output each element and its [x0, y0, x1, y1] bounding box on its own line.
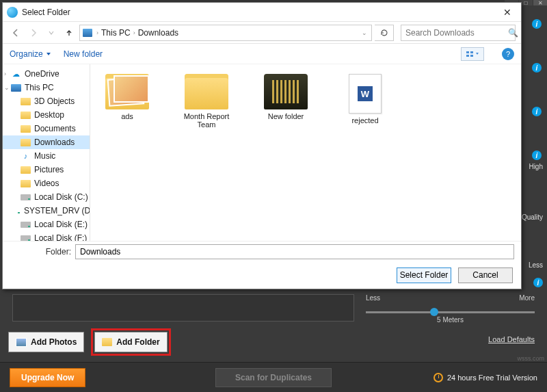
file-item[interactable]: ads [97, 74, 157, 120]
folder-icon [21, 139, 31, 146]
scan-button[interactable]: Scan for Duplicates [215, 368, 332, 387]
label-high: High [529, 163, 543, 170]
breadcrumb[interactable]: › This PC › Downloads ⌄ [79, 25, 372, 41]
drive-icon [21, 235, 31, 241]
slider-value: 5 Meters [366, 316, 535, 324]
clock-icon [433, 373, 443, 382]
breadcrumb-root[interactable]: This PC [101, 28, 131, 38]
tree-item[interactable]: ›☁OneDrive [3, 67, 90, 81]
tree-item-label: Local Disk (F:) [34, 233, 87, 241]
distance-slider[interactable]: Less More 5 Meters [366, 294, 535, 324]
cancel-button[interactable]: Cancel [458, 267, 513, 283]
load-defaults-link[interactable]: Load Defaults [488, 335, 535, 343]
folder-icon [21, 98, 31, 105]
help-icon[interactable]: ? [502, 48, 514, 60]
tree-item[interactable]: Local Disk (F:) [3, 231, 90, 241]
view-options-button[interactable] [461, 47, 484, 61]
pc-icon [83, 29, 92, 37]
info-icon[interactable]: i [533, 278, 543, 287]
chevron-icon[interactable]: › [4, 70, 6, 77]
tree-item-label: SYSTEM_DRV (D [24, 206, 90, 215]
tree-item-label: Music [34, 151, 55, 161]
folder-icon [102, 338, 112, 346]
folder-input[interactable] [75, 244, 514, 259]
file-item[interactable]: Wrejected [335, 74, 395, 125]
trial-label: 24 hours Free Trial Version [447, 374, 537, 382]
tree-view[interactable]: ›☁OneDrive⌄This PC3D ObjectsDesktopDocum… [3, 64, 90, 241]
tree-item[interactable]: Documents [3, 122, 90, 135]
tree-item[interactable]: Local Disk (C:) [3, 190, 90, 204]
slider-thumb[interactable] [430, 308, 438, 316]
chevron-icon[interactable]: ⌄ [4, 84, 10, 91]
new-folder-button[interactable]: New folder [64, 49, 103, 59]
folder-icon [21, 125, 31, 133]
tree-item[interactable]: SYSTEM_DRV (D [3, 204, 90, 218]
refresh-button[interactable] [375, 25, 394, 41]
file-item[interactable]: Month Report Team [176, 74, 237, 129]
search-input[interactable]: 🔍 [401, 25, 516, 41]
tree-item-label: OneDrive [25, 69, 59, 79]
recent-dropdown[interactable] [44, 25, 59, 40]
drive-icon [21, 222, 31, 228]
info-icon[interactable]: i [532, 63, 542, 73]
file-thumbnail [105, 74, 149, 109]
highlight-box: Add Folder [91, 328, 170, 356]
search-field[interactable] [405, 28, 508, 38]
add-folder-button[interactable]: Add Folder [94, 332, 167, 352]
pc-icon [11, 84, 21, 92]
up-button[interactable] [62, 25, 77, 40]
music-icon: ♪ [21, 152, 31, 161]
organize-menu[interactable]: Organize [10, 49, 51, 59]
organize-label: Organize [10, 49, 43, 59]
tree-item[interactable]: ♪Music [3, 149, 90, 163]
info-icon[interactable]: i [532, 107, 542, 116]
file-item[interactable]: New folder [256, 74, 316, 120]
info-icon[interactable]: i [532, 19, 542, 29]
folder-icon [21, 180, 31, 187]
search-icon: 🔍 [508, 28, 518, 38]
folder-label: Folder: [10, 247, 71, 257]
drive-icon [21, 194, 31, 200]
tree-item-label: Pictures [34, 165, 64, 174]
tree-item-label: Documents [34, 124, 76, 133]
app-close[interactable]: ✕ [533, 0, 547, 5]
folder-icon [21, 112, 31, 119]
tree-item[interactable]: Desktop [3, 108, 90, 122]
trial-status: 24 hours Free Trial Version [433, 373, 537, 382]
tree-item-label: Local Disk (E:) [34, 220, 88, 229]
add-photos-button[interactable]: Add Photos [8, 332, 84, 352]
file-label: New folder [268, 112, 304, 120]
tree-item[interactable]: 3D Objects [3, 94, 90, 108]
tree-item-label: This PC [25, 83, 54, 92]
add-folder-label: Add Folder [116, 337, 159, 347]
chevron-down-icon[interactable]: ⌄ [360, 29, 369, 36]
tree-item[interactable]: Downloads [3, 135, 90, 149]
svg-rect-0 [466, 51, 469, 53]
upgrade-button[interactable]: Upgrade Now [10, 368, 85, 387]
file-grid[interactable]: adsMonth Report TeamNew folderWrejected [90, 64, 521, 241]
svg-rect-2 [466, 55, 469, 57]
forward-button[interactable] [26, 25, 41, 40]
tree-item[interactable]: ⌄This PC [3, 81, 90, 94]
slider-more: More [519, 294, 535, 302]
photos-icon [16, 338, 27, 347]
back-button[interactable] [8, 25, 23, 40]
select-folder-button[interactable]: Select Folder [397, 267, 451, 283]
info-icon[interactable]: i [532, 151, 542, 160]
breadcrumb-current[interactable]: Downloads [138, 28, 178, 38]
tree-item-label: Videos [34, 179, 59, 188]
add-photos-label: Add Photos [31, 337, 77, 347]
tree-item-label: Desktop [34, 110, 64, 120]
drop-area[interactable] [12, 294, 354, 322]
file-thumbnail [185, 74, 228, 109]
watermark: wsss.com [517, 355, 544, 362]
tree-item[interactable]: Videos [3, 177, 90, 190]
tree-item[interactable]: Pictures [3, 163, 90, 177]
select-folder-dialog: Select Folder ✕ › This PC › Downloads ⌄ … [2, 2, 522, 289]
label-less: Less [529, 261, 543, 269]
label-quality: Quality [522, 213, 543, 221]
tree-item-label: Local Disk (C:) [34, 192, 88, 202]
tree-item[interactable]: Local Disk (E:) [3, 218, 90, 231]
slider-less: Less [366, 294, 380, 302]
close-icon[interactable]: ✕ [498, 7, 517, 18]
